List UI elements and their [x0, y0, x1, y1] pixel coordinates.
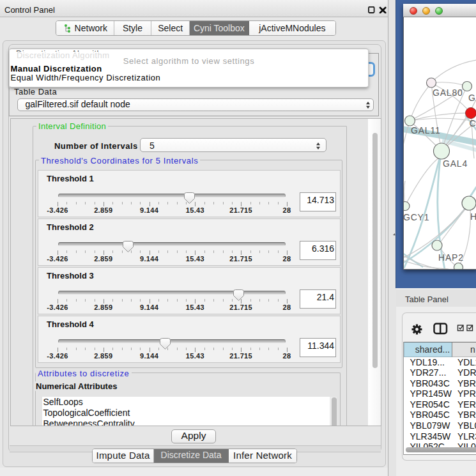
- svg-text:HAP2: HAP2: [438, 252, 464, 263]
- svg-text:C: C: [470, 118, 476, 128]
- svg-text:GAL80: GAL80: [433, 88, 463, 98]
- svg-text:GAL11: GAL11: [411, 125, 441, 135]
- svg-text:GCY1: GCY1: [404, 212, 429, 222]
- svg-text:GAL4: GAL4: [443, 158, 468, 169]
- svg-text:GA: GA: [468, 93, 476, 103]
- svg-text:H: H: [470, 211, 476, 222]
